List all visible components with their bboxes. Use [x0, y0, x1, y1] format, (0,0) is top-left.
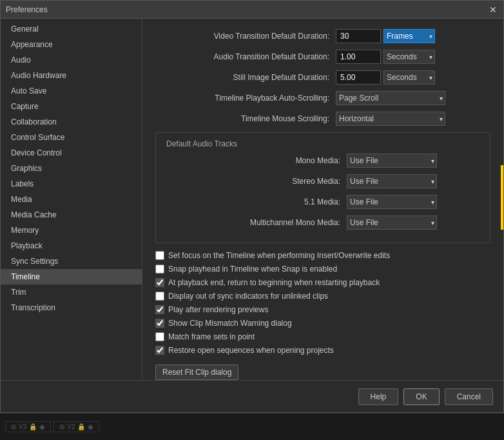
taskbar-v3: ⊞ V3 🔒 ◉: [5, 421, 51, 432]
select-wrapper-4: HorizontalVerticalZoom: [336, 112, 445, 126]
sidebar-item-auto-save[interactable]: Auto Save: [1, 83, 142, 99]
select-4[interactable]: HorizontalVerticalZoom: [336, 112, 445, 126]
sidebar-item-general[interactable]: General: [1, 21, 142, 37]
sidebar: GeneralAppearanceAudioAudio HardwareAuto…: [1, 19, 142, 380]
checkbox-label-7[interactable]: Restore open sequences when opening proj…: [168, 346, 334, 355]
audio-row-1: Stereo Media:Use FileMonoStereo5.1: [166, 174, 480, 188]
taskbar: ⊞ V3 🔒 ◉ ⊞ V2 🔒 ◉: [0, 413, 504, 440]
audio-row-2: 5.1 Media:Use FileMonoStereo5.1: [166, 195, 480, 209]
audio-select-wrapper-3: Use FileMonoStereo5.1: [347, 215, 437, 230]
form-row-1: Audio Transition Default Duration:Frames…: [155, 50, 490, 64]
checkbox-cb5[interactable]: [155, 305, 164, 314]
dialog-footer: Help OK Cancel: [1, 380, 503, 412]
checkbox-row-2: At playback end, return to beginning whe…: [155, 278, 490, 287]
audio-label-1: Stereo Media:: [166, 177, 347, 186]
checkbox-label-3[interactable]: Display out of sync indicators for unlin…: [168, 292, 328, 301]
input-2[interactable]: [336, 70, 381, 85]
input-1[interactable]: [336, 50, 381, 64]
audio-label-3: Multichannel Mono Media:: [166, 218, 347, 227]
sidebar-item-media[interactable]: Media: [1, 192, 142, 207]
sidebar-item-sync-settings[interactable]: Sync Settings: [1, 254, 142, 269]
checkbox-label-4[interactable]: Play after rendering previews: [168, 305, 268, 314]
checkbox-cb8[interactable]: [155, 346, 164, 355]
input-0[interactable]: [336, 29, 381, 43]
sidebar-item-memory[interactable]: Memory: [1, 223, 142, 238]
checkbox-cb4[interactable]: [155, 292, 164, 301]
audio-label-2: 5.1 Media:: [166, 197, 347, 206]
checkbox-row-1: Snap playhead in Timeline when Snap is e…: [155, 265, 490, 274]
sidebar-item-labels[interactable]: Labels: [1, 176, 142, 192]
unit-wrapper-0: FramesSecondsAudio Samples: [383, 29, 435, 43]
sidebar-item-trim[interactable]: Trim: [1, 285, 142, 300]
audio-row-0: Mono Media:Use FileMonoStereo5.1: [166, 154, 480, 168]
form-value-1: FramesSecondsAudio Samples: [336, 50, 435, 64]
checkbox-label-1[interactable]: Snap playhead in Timeline when Snap is e…: [168, 265, 337, 274]
unit-wrapper-2: FramesSecondsAudio Samples: [383, 70, 435, 85]
title-bar: Preferences ✕: [1, 1, 503, 19]
checkbox-cb7[interactable]: [155, 332, 164, 341]
sidebar-item-playback[interactable]: Playback: [1, 238, 142, 254]
checkbox-label-0[interactable]: Set focus on the Timeline when performin…: [168, 251, 390, 260]
form-value-4: HorizontalVerticalZoom: [336, 112, 445, 126]
form-label-3: Timeline Playback Auto-Scrolling:: [155, 94, 336, 103]
checkbox-row-0: Set focus on the Timeline when performin…: [155, 251, 490, 260]
form-row-2: Still Image Default Duration:FramesSecon…: [155, 70, 490, 85]
close-button[interactable]: ✕: [488, 5, 498, 15]
audio-select-2[interactable]: Use FileMonoStereo5.1: [347, 195, 437, 209]
audio-select-wrapper-2: Use FileMonoStereo5.1: [347, 195, 437, 209]
checkbox-label-2[interactable]: At playback end, return to beginning whe…: [168, 278, 380, 287]
sidebar-item-transcription[interactable]: Transcription: [1, 300, 142, 315]
checkbox-cb2[interactable]: [155, 265, 164, 274]
unit-wrapper-1: FramesSecondsAudio Samples: [383, 50, 435, 64]
select-wrapper-3: Page ScrollSmooth ScrollNo Scroll: [336, 91, 445, 105]
form-label-4: Timeline Mouse Scrolling:: [155, 114, 336, 123]
help-button[interactable]: Help: [358, 388, 399, 405]
sidebar-item-appearance[interactable]: Appearance: [1, 37, 142, 52]
sidebar-item-collaboration[interactable]: Collaboration: [1, 114, 142, 130]
sidebar-item-media-cache[interactable]: Media Cache: [1, 207, 142, 223]
audio-select-1[interactable]: Use FileMonoStereo5.1: [347, 174, 437, 188]
audio-label-0: Mono Media:: [166, 156, 347, 165]
form-value-2: FramesSecondsAudio Samples: [336, 70, 435, 85]
form-label-1: Audio Transition Default Duration:: [155, 52, 336, 61]
form-label-0: Video Transition Default Duration:: [155, 32, 336, 41]
checkbox-cb3[interactable]: [155, 278, 164, 287]
taskbar-v2: ⊞ V2 🔒 ◉: [53, 421, 99, 432]
audio-select-3[interactable]: Use FileMonoStereo5.1: [347, 215, 437, 230]
checkbox-label-6[interactable]: Match frame sets in point: [168, 332, 255, 341]
sidebar-item-graphics[interactable]: Graphics: [1, 161, 142, 176]
form-value-3: Page ScrollSmooth ScrollNo Scroll: [336, 91, 445, 105]
dialog-title: Preferences: [6, 5, 48, 14]
checkbox-row-3: Display out of sync indicators for unlin…: [155, 292, 490, 301]
sidebar-item-capture[interactable]: Capture: [1, 99, 142, 114]
audio-select-wrapper-0: Use FileMonoStereo5.1: [347, 154, 437, 168]
checkbox-row-4: Play after rendering previews: [155, 305, 490, 314]
form-value-0: FramesSecondsAudio Samples: [336, 29, 435, 43]
content-area: Video Transition Default Duration:Frames…: [142, 19, 503, 380]
checkbox-cb6[interactable]: [155, 319, 164, 328]
audio-select-wrapper-1: Use FileMonoStereo5.1: [347, 174, 437, 188]
default-audio-tracks-title: Default Audio Tracks: [166, 139, 480, 148]
checkbox-row-6: Match frame sets in point: [155, 332, 490, 341]
yellow-scroll-indicator: [501, 165, 503, 230]
cancel-button[interactable]: Cancel: [445, 388, 493, 405]
checkbox-label-5[interactable]: Show Clip Mismatch Warning dialog: [168, 319, 292, 328]
unit-select-1[interactable]: FramesSecondsAudio Samples: [383, 50, 435, 64]
form-row-4: Timeline Mouse Scrolling:HorizontalVerti…: [155, 112, 490, 126]
ok-button[interactable]: OK: [403, 388, 439, 405]
sidebar-item-audio[interactable]: Audio: [1, 52, 142, 68]
sidebar-item-control-surface[interactable]: Control Surface: [1, 130, 142, 145]
sidebar-item-timeline[interactable]: Timeline: [1, 269, 142, 285]
select-3[interactable]: Page ScrollSmooth ScrollNo Scroll: [336, 91, 445, 105]
unit-select-2[interactable]: FramesSecondsAudio Samples: [383, 70, 435, 85]
checkbox-cb1[interactable]: [155, 251, 164, 260]
form-row-3: Timeline Playback Auto-Scrolling:Page Sc…: [155, 91, 490, 105]
form-row-0: Video Transition Default Duration:Frames…: [155, 29, 490, 43]
reset-fit-clip-button[interactable]: Reset Fit Clip dialog: [155, 365, 238, 380]
checkbox-row-5: Show Clip Mismatch Warning dialog: [155, 319, 490, 328]
sidebar-item-device-control[interactable]: Device Control: [1, 145, 142, 161]
audio-select-0[interactable]: Use FileMonoStereo5.1: [347, 154, 437, 168]
form-label-2: Still Image Default Duration:: [155, 73, 336, 82]
unit-select-0[interactable]: FramesSecondsAudio Samples: [383, 29, 435, 43]
sidebar-item-audio-hardware[interactable]: Audio Hardware: [1, 68, 142, 83]
